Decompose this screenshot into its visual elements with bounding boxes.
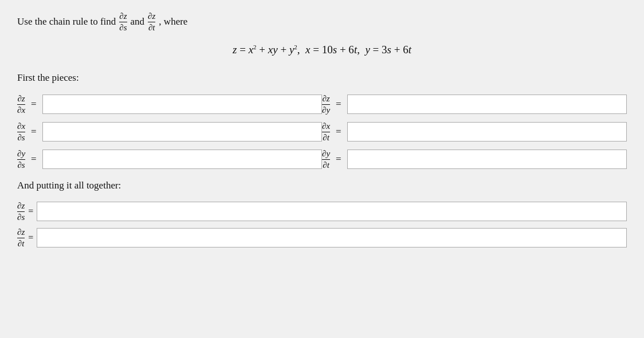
equals-dz-dy: = bbox=[336, 99, 341, 110]
frac-dz-dy: ∂z ∂y bbox=[322, 94, 330, 115]
together-section: And putting it all together: ∂z ∂s = ∂z … bbox=[17, 180, 627, 251]
frac-dx-ds: ∂x ∂s bbox=[17, 121, 25, 142]
input-row-dy-dt: ∂y ∂t = bbox=[322, 146, 627, 173]
answer-dz-dy[interactable] bbox=[347, 95, 627, 114]
header-where: , where bbox=[159, 16, 187, 27]
input-row-dz-dx: ∂z ∂x = bbox=[17, 91, 322, 118]
header-frac2-num: ∂z bbox=[148, 11, 155, 22]
answer-dy-dt[interactable] bbox=[347, 150, 627, 169]
answer-together-dz-ds[interactable] bbox=[37, 202, 627, 221]
frac-dx-dt: ∂x ∂t bbox=[322, 121, 330, 142]
first-pieces-label: First the pieces: bbox=[17, 72, 627, 84]
header-frac2-den: ∂t bbox=[148, 22, 155, 33]
header-frac1: ∂z ∂s bbox=[119, 11, 127, 32]
input-row-dx-ds: ∂x ∂s = bbox=[17, 118, 322, 146]
frac-together-dz-ds: ∂z ∂s bbox=[17, 201, 25, 222]
answer-together-dz-dt[interactable] bbox=[37, 228, 627, 247]
frac-dz-dx: ∂z ∂x bbox=[17, 94, 25, 115]
together-row-dz-dt: ∂z ∂t = bbox=[17, 225, 627, 251]
equals-together-dz-dt: = bbox=[28, 233, 33, 243]
equals-dx-dt: = bbox=[336, 126, 341, 137]
answer-dy-ds[interactable] bbox=[42, 150, 322, 169]
pieces-left-col: ∂z ∂x = ∂x ∂s = ∂y ∂s = bbox=[17, 91, 322, 173]
equals-dx-ds: = bbox=[31, 126, 37, 137]
header-prefix: Use the chain rule to find bbox=[17, 16, 116, 27]
input-row-dz-dy: ∂z ∂y = bbox=[322, 91, 627, 118]
equals-together-dz-ds: = bbox=[28, 206, 33, 217]
equation-block: z = x2 + xy + y2, x = 10s + 6t, y = 3s +… bbox=[17, 44, 627, 56]
answer-dz-dx[interactable] bbox=[42, 95, 322, 114]
input-row-dy-ds: ∂y ∂s = bbox=[17, 146, 322, 173]
together-row-dz-ds: ∂z ∂s = bbox=[17, 198, 627, 225]
equation-label: z = x2 + xy + y2, x = 10s + 6t, y = 3s +… bbox=[233, 44, 411, 56]
answer-dx-ds[interactable] bbox=[42, 122, 322, 142]
header-frac1-den: ∂s bbox=[119, 22, 127, 33]
answer-dx-dt[interactable] bbox=[347, 122, 627, 142]
pieces-grid: ∂z ∂x = ∂x ∂s = ∂y ∂s = bbox=[17, 91, 627, 173]
header-frac2: ∂z ∂t bbox=[148, 11, 155, 32]
frac-dy-dt: ∂y ∂t bbox=[322, 149, 330, 170]
equals-dz-dx: = bbox=[31, 99, 37, 110]
header-line: Use the chain rule to find ∂z ∂s and ∂z … bbox=[17, 11, 627, 32]
frac-dy-ds: ∂y ∂s bbox=[17, 149, 25, 170]
equals-dy-dt: = bbox=[336, 154, 341, 165]
header-frac1-num: ∂z bbox=[119, 11, 127, 22]
header-and: and bbox=[131, 16, 145, 27]
equals-dy-ds: = bbox=[31, 154, 37, 165]
pieces-right-col: ∂z ∂y = ∂x ∂t = ∂y ∂t = bbox=[322, 91, 627, 173]
frac-together-dz-dt: ∂z ∂t bbox=[17, 227, 25, 248]
together-label: And putting it all together: bbox=[17, 180, 627, 191]
input-row-dx-dt: ∂x ∂t = bbox=[322, 118, 627, 146]
